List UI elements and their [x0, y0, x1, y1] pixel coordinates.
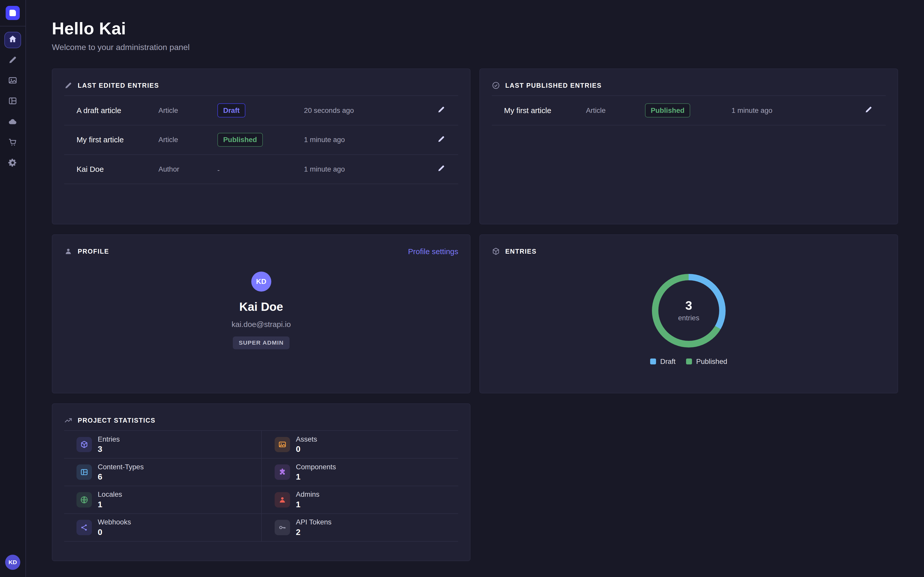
entries-table: A draft article Article Draft 20 seconds… [64, 95, 458, 184]
card-title: LAST PUBLISHED ENTRIES [505, 82, 602, 89]
sidebar-item-content-type-builder[interactable] [4, 93, 21, 110]
legend-draft-swatch [650, 358, 656, 364]
entry-status: Published [217, 133, 304, 147]
entry-status: - [217, 164, 304, 175]
status-empty: - [217, 166, 220, 174]
donut-center: 3 entries [658, 280, 719, 341]
card-header: ENTRIES [492, 247, 886, 256]
status-badge: Published [645, 103, 690, 117]
card-header: PROJECT STATISTICS [64, 416, 458, 425]
person-icon [275, 492, 290, 508]
profile-settings-link[interactable]: Profile settings [408, 247, 459, 256]
stat-label: API Tokens [296, 518, 332, 526]
media-library-icon [8, 76, 18, 87]
entry-type: Author [158, 165, 217, 173]
entry-name: Kai Doe [76, 165, 158, 174]
stat-value: 1 [296, 472, 336, 482]
entries-donut: 3 entries [652, 274, 725, 348]
strapi-logo[interactable] [6, 6, 20, 20]
stat-value: 0 [296, 445, 317, 454]
sidebar-item-deploy[interactable] [4, 114, 21, 131]
edit-entry-button[interactable] [435, 132, 447, 147]
entry-time: 1 minute ago [304, 165, 430, 173]
legend-label: Published [696, 358, 727, 366]
stat-api-tokens: API Tokens2 [261, 514, 459, 542]
puzzle-icon [275, 464, 290, 480]
entries-unit: entries [678, 314, 699, 322]
entry-type: Article [586, 106, 645, 114]
stat-label: Assets [296, 435, 317, 443]
entry-type: Article [158, 135, 217, 144]
user-avatar-menu[interactable]: KD [5, 555, 21, 570]
card-header: PROFILE Profile settings [64, 247, 458, 256]
entries-table: My first article Article Published 1 min… [492, 95, 886, 126]
edit-entry-button[interactable] [862, 103, 875, 118]
entry-time: 1 minute ago [732, 106, 858, 114]
table-row[interactable]: Kai Doe Author - 1 minute ago [64, 155, 458, 184]
globe-icon [76, 492, 92, 508]
main-content: Hello Kai Welcome to your administration… [26, 0, 924, 577]
empty-grid-cell [480, 403, 898, 561]
stat-webhooks: Webhooks0 [64, 514, 261, 542]
stat-components: Components1 [261, 459, 459, 486]
avatar: KD [251, 272, 271, 292]
card-title: PROFILE [78, 248, 109, 255]
card-header: LAST PUBLISHED ENTRIES [492, 81, 886, 90]
edit-entry-button[interactable] [435, 103, 447, 118]
page-title: Hello Kai [52, 19, 898, 38]
stat-label: Webhooks [98, 518, 131, 526]
cart-icon [8, 137, 18, 149]
sidebar-item-marketplace[interactable] [4, 135, 21, 151]
entries-chart: 3 entries Draft Published [492, 274, 886, 366]
sidebar-item-settings[interactable] [4, 155, 21, 172]
cube-icon [492, 247, 500, 255]
stat-value: 6 [98, 472, 144, 482]
sidebar-item-media-library[interactable] [4, 73, 21, 90]
entry-name: My first article [504, 106, 586, 115]
entry-name: A draft article [76, 106, 158, 115]
profile-body: KD Kai Doe kai.doe@strapi.io SUPER ADMIN [64, 272, 458, 349]
card-title: ENTRIES [505, 248, 536, 255]
person-icon [64, 247, 73, 255]
table-row[interactable]: My first article Article Published 1 min… [64, 126, 458, 155]
share-nodes-icon [76, 520, 92, 535]
chart-legend: Draft Published [650, 358, 727, 366]
entry-status: Published [645, 103, 732, 117]
profile-name: Kai Doe [239, 300, 283, 314]
trending-up-icon [64, 416, 73, 424]
pencil-icon [864, 105, 873, 115]
sidebar-item-content-manager[interactable] [4, 52, 21, 69]
layout-icon [76, 464, 92, 480]
layout-icon [8, 96, 18, 108]
check-circle-icon [492, 81, 500, 90]
stat-label: Components [296, 463, 336, 471]
stat-value: 1 [296, 500, 320, 509]
stat-value: 2 [296, 527, 332, 537]
card-title: LAST EDITED ENTRIES [78, 82, 159, 89]
pencil-icon [64, 81, 73, 90]
cloud-icon [8, 117, 18, 128]
box-icon [76, 437, 92, 452]
stat-value: 3 [98, 445, 120, 454]
edit-entry-button[interactable] [435, 162, 447, 176]
sidebar-divider [0, 26, 26, 26]
entries-total: 3 [685, 299, 692, 311]
stat-content-types: Content-Types6 [64, 459, 261, 486]
status-badge: Published [217, 133, 263, 147]
status-badge: Draft [217, 103, 246, 117]
stat-admins: Admins1 [261, 486, 459, 514]
gear-icon [8, 158, 18, 169]
home-icon [8, 34, 18, 46]
sidebar-item-home[interactable] [4, 32, 21, 48]
entry-type: Article [158, 106, 217, 114]
stat-locales: Locales1 [64, 486, 261, 514]
legend-label: Draft [660, 358, 675, 366]
stat-label: Content-Types [98, 463, 144, 471]
strapi-logo-glyph [10, 10, 16, 16]
image-icon [275, 437, 290, 452]
entry-status: Draft [217, 103, 304, 117]
stats-grid: Entries3 Assets0 Content-Types6 Componen… [64, 430, 458, 542]
table-row[interactable]: My first article Article Published 1 min… [492, 96, 886, 126]
table-row[interactable]: A draft article Article Draft 20 seconds… [64, 96, 458, 126]
profile-card: PROFILE Profile settings KD Kai Doe kai.… [52, 234, 470, 393]
